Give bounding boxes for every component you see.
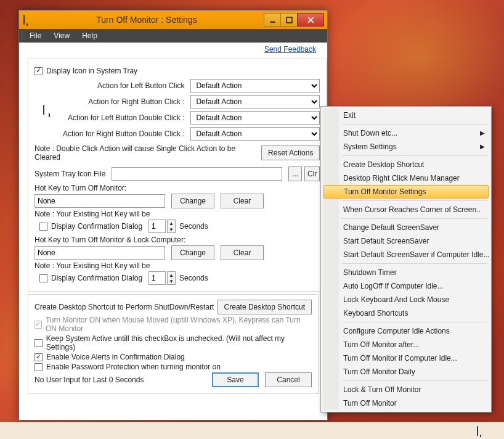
menu-item[interactable]: Auto LogOff If Computer Idle... bbox=[322, 279, 490, 293]
menu-item[interactable]: Exit bbox=[322, 109, 490, 122]
create-shortcut-button[interactable]: Create Desktop Shortcut bbox=[217, 300, 312, 314]
clear-icon-button[interactable]: Clr bbox=[304, 166, 320, 181]
voice-alerts-checkbox[interactable] bbox=[35, 353, 43, 361]
hotkey2-confirm-label: Display Confirmation Dialog bbox=[51, 274, 142, 282]
hotkey1-label: Hot Key to Turn Off Monitor: bbox=[35, 184, 320, 192]
titlebar[interactable]: Turn Off Monitor : Settings bbox=[19, 10, 327, 29]
turn-on-mouse-checkbox bbox=[35, 321, 42, 329]
hotkey2-clear-button[interactable]: Clear bbox=[221, 245, 264, 260]
turn-on-mouse-label: Turn Monitor ON when Mouse Moved (uptill… bbox=[46, 316, 312, 333]
left-dbl-label: Action for Left Button Double Click : bbox=[63, 113, 184, 122]
hotkey1-seconds-label: Seconds bbox=[179, 222, 208, 231]
menu-separator bbox=[342, 200, 487, 201]
menu-item[interactable]: Turn Off Monitor Settings bbox=[323, 185, 489, 199]
submenu-arrow-icon: ▶ bbox=[480, 140, 485, 154]
menu-item[interactable]: Lock Keyboard And Lock Mouse bbox=[322, 293, 490, 306]
hotkey2-confirm-checkbox[interactable] bbox=[39, 274, 47, 282]
display-tray-icon-checkbox[interactable] bbox=[35, 67, 43, 75]
svg-rect-1 bbox=[287, 17, 292, 23]
send-feedback-link[interactable]: Send Feedback bbox=[28, 43, 319, 59]
shortcut-label: Create Desktop Shortcut to Perform ShutD… bbox=[35, 303, 217, 311]
reset-actions-button[interactable]: Reset Actions bbox=[261, 146, 320, 160]
settings-window: Turn Off Monitor : Settings File View He… bbox=[18, 10, 328, 421]
menu-item[interactable]: Create Desktop Shortcut bbox=[322, 158, 490, 171]
menu-item[interactable]: Desktop Right Click Menu Manager bbox=[322, 171, 490, 185]
tray-context-menu: ExitShut Down etc...▶System Settings▶Cre… bbox=[320, 106, 492, 412]
hotkey1-clear-button[interactable]: Clear bbox=[221, 194, 264, 208]
menu-item[interactable]: Turn Off Monitor if Computer Idle... bbox=[322, 351, 490, 365]
right-dbl-select[interactable]: Default Action bbox=[190, 127, 320, 141]
keep-active-checkbox[interactable] bbox=[35, 339, 43, 347]
browse-button[interactable]: ... bbox=[288, 166, 302, 181]
menu-item[interactable]: Change Default ScreenSaver bbox=[322, 221, 490, 234]
voice-alerts-label: Enable Voice Alerts in Confirmation Dial… bbox=[46, 353, 185, 361]
hotkey1-change-button[interactable]: Change bbox=[171, 194, 214, 208]
close-button[interactable] bbox=[297, 13, 324, 27]
password-label: Enable Password Protection when turning … bbox=[46, 363, 312, 371]
hotkey2-label: Hot Key to Turn Off Monitor & Lock Compu… bbox=[35, 236, 320, 244]
monitor-icon bbox=[43, 105, 44, 114]
shortcut-group: Create Desktop Shortcut to Perform ShutD… bbox=[28, 294, 319, 394]
hotkey2-seconds-input[interactable] bbox=[148, 271, 166, 285]
left-click-label: Action for Left Button Click bbox=[63, 81, 184, 90]
menu-item[interactable]: Turn Off Monitor after... bbox=[322, 338, 490, 351]
menubar: File View Help bbox=[19, 29, 327, 43]
menu-item[interactable]: Shut Down etc...▶ bbox=[322, 126, 490, 140]
right-click-select[interactable]: Default Action bbox=[190, 95, 320, 109]
menu-separator bbox=[342, 155, 487, 156]
menu-item[interactable]: Turn Off Monitor Daily bbox=[322, 365, 490, 379]
no-input-label: No User Input for Last 0 Seconds bbox=[35, 375, 212, 384]
hotkey1-input[interactable] bbox=[35, 194, 165, 208]
hotkey1-seconds-input[interactable] bbox=[148, 220, 166, 233]
tray-app-icon[interactable] bbox=[477, 427, 487, 435]
tray-icon-file-label: System Tray Icon File bbox=[35, 170, 105, 178]
menu-file[interactable]: File bbox=[23, 29, 47, 43]
svg-rect-0 bbox=[270, 21, 275, 22]
right-dbl-label: Action for Right Button Double Click : bbox=[63, 129, 184, 138]
menu-item[interactable]: When Cursor Reaches Corner of Screen.. bbox=[322, 203, 490, 216]
password-checkbox[interactable] bbox=[35, 363, 43, 371]
keep-active-label: Keep System Active untill this checkBox … bbox=[46, 334, 312, 351]
hotkey1-confirm-checkbox[interactable] bbox=[39, 223, 47, 231]
right-click-label: Action for Right Button Click : bbox=[63, 97, 184, 106]
hotkey2-note: Note : Your Existing Hot Key will be bbox=[35, 261, 320, 270]
tray-icon-file-input[interactable] bbox=[112, 167, 282, 181]
tray-actions-group: Display Icon in System Tray Action for L… bbox=[28, 59, 327, 292]
hotkey1-note: Note : Your Existing Hot Key will be bbox=[35, 210, 320, 218]
submenu-arrow-icon: ▶ bbox=[480, 126, 485, 140]
hotkey2-seconds-label: Seconds bbox=[179, 274, 208, 282]
menu-item[interactable]: Configure Computer Idle Actions bbox=[322, 324, 490, 338]
menu-separator bbox=[342, 218, 487, 219]
menu-view[interactable]: View bbox=[47, 29, 76, 43]
taskbar[interactable] bbox=[0, 422, 504, 439]
content-area: Send Feedback Display Icon in System Tra… bbox=[19, 43, 327, 420]
menu-separator bbox=[342, 380, 487, 381]
menu-item[interactable]: System Settings▶ bbox=[322, 140, 490, 154]
note-dblclick: Note : Double Click Action will cause Si… bbox=[35, 144, 261, 162]
menu-separator bbox=[342, 322, 487, 322]
menu-item[interactable]: Turn Off Monitor bbox=[322, 396, 490, 410]
left-click-select[interactable]: Default Action bbox=[190, 79, 320, 92]
menu-item[interactable]: Shutdown Timer bbox=[322, 266, 490, 279]
hotkey2-seconds-spinner[interactable]: ▲▼ bbox=[167, 271, 176, 285]
hotkey2-input[interactable] bbox=[35, 246, 165, 260]
menu-item[interactable]: Start Default ScreenSaver bbox=[322, 234, 490, 248]
window-title: Turn Off Monitor : Settings bbox=[29, 15, 264, 25]
display-tray-icon-label: Display Icon in System Tray bbox=[46, 67, 137, 75]
minimize-button[interactable] bbox=[264, 13, 281, 27]
hotkey1-seconds-spinner[interactable]: ▲▼ bbox=[167, 220, 176, 233]
menu-help[interactable]: Help bbox=[76, 29, 104, 43]
app-icon bbox=[23, 15, 25, 24]
menu-separator bbox=[342, 124, 487, 125]
save-button[interactable]: Save bbox=[212, 372, 259, 387]
menu-item[interactable]: Keyboard Shortcuts bbox=[322, 306, 490, 320]
maximize-button[interactable] bbox=[280, 13, 298, 27]
menu-item[interactable]: Start Default ScreenSaver if Computer Id… bbox=[322, 248, 490, 261]
menu-separator bbox=[342, 263, 487, 264]
cancel-button[interactable]: Cancel bbox=[265, 372, 312, 387]
hotkey2-change-button[interactable]: Change bbox=[171, 245, 214, 260]
menu-item[interactable]: Lock & Turn Off Monitor bbox=[322, 383, 490, 396]
left-dbl-select[interactable]: Default Action bbox=[190, 111, 320, 125]
hotkey1-confirm-label: Display Confirmation Dialog bbox=[51, 222, 142, 231]
